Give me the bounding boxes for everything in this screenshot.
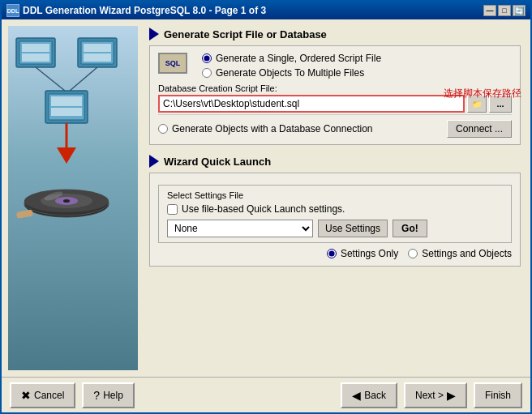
back-label: Back <box>364 390 386 401</box>
section1-header: Generate Script File or Database <box>149 28 521 41</box>
go-button[interactable]: Go! <box>393 220 427 237</box>
settings-file-legend: Select Settings File <box>167 190 503 200</box>
section1-arrow <box>149 28 159 41</box>
cancel-button[interactable]: ✖ Cancel <box>10 382 75 408</box>
section2-box: Select Settings File Use file-based Quic… <box>149 173 521 267</box>
generate-section-top: SQL Generate a Single, Ordered Script Fi… <box>158 53 512 79</box>
finish-button[interactable]: Finish <box>474 382 522 408</box>
settings-dropdown-row: None Use Settings Go! <box>167 220 503 237</box>
svg-rect-11 <box>51 108 82 116</box>
db-connection-section: Generate Objects with a Database Connect… <box>158 114 512 138</box>
section2-title: Wizard Quick Launch <box>164 156 271 168</box>
app-icon: DDL <box>6 4 19 17</box>
cancel-label: Cancel <box>34 390 64 401</box>
back-button[interactable]: ◀ Back <box>341 382 397 408</box>
right-panel: Generate Script File or Database SQL Gen… <box>144 19 530 377</box>
svg-rect-6 <box>84 44 111 52</box>
restore-button[interactable]: 🔄 <box>513 5 526 16</box>
sql-icon: SQL <box>158 53 187 74</box>
next-label: Next > <box>415 390 444 401</box>
svg-rect-2 <box>22 44 49 52</box>
svg-rect-10 <box>51 96 82 106</box>
main-window: DDL DDL Generation Wizard PostgreSQL 8.0… <box>0 0 532 414</box>
wizard-illustration <box>8 26 138 370</box>
radio-db-connection[interactable] <box>158 124 168 134</box>
db-connection-label: Generate Objects with a Database Connect… <box>172 123 372 134</box>
settings-and-objects-row: Settings and Objects <box>408 248 512 259</box>
quick-launch-section: Wizard Quick Launch Select Settings File… <box>149 155 521 267</box>
title-bar: DDL DDL Generation Wizard PostgreSQL 8.0… <box>2 2 530 19</box>
svg-rect-23 <box>16 210 33 219</box>
settings-and-objects-label: Settings and Objects <box>422 248 512 259</box>
minimize-button[interactable]: — <box>483 5 496 16</box>
title-bar-controls: — □ 🔄 <box>483 5 526 16</box>
section1-title: Generate Script File or Database <box>164 28 327 41</box>
use-file-based-row: Use file-based Quick Launch settings. <box>167 203 503 215</box>
settings-file-group: Select Settings File Use file-based Quic… <box>158 185 512 243</box>
radio-single-file-label: Generate a Single, Ordered Script File <box>216 53 381 64</box>
help-icon: ? <box>93 389 100 402</box>
section2-arrow <box>149 155 159 168</box>
radio-single-file[interactable] <box>202 53 212 63</box>
next-icon: ▶ <box>447 389 456 402</box>
generate-section-content: Generate a Single, Ordered Script File G… <box>194 53 512 79</box>
radio-multiple-files[interactable] <box>202 68 212 78</box>
settings-only-row: Settings Only <box>327 248 398 259</box>
db-connection-left: Generate Objects with a Database Connect… <box>158 123 372 134</box>
annotation-text: 选择脚本保存路径 <box>444 87 521 100</box>
left-illustration-panel <box>8 26 138 370</box>
radio-multiple-files-label: Generate Objects To Multiple Files <box>216 67 364 79</box>
radio-single-file-row: Generate a Single, Ordered Script File <box>202 53 512 64</box>
back-icon: ◀ <box>352 389 361 402</box>
finish-label: Finish <box>485 390 511 401</box>
svg-line-12 <box>36 67 65 91</box>
section1-box: SQL Generate a Single, Ordered Script Fi… <box>149 45 521 145</box>
radio-settings-and-objects[interactable] <box>408 249 418 258</box>
window-title: DDL Generation Wizard PostgreSQL 8.0 - P… <box>23 5 266 16</box>
svg-rect-3 <box>22 53 49 62</box>
use-file-based-checkbox[interactable] <box>167 204 178 215</box>
svg-rect-7 <box>84 53 111 62</box>
maximize-button[interactable]: □ <box>498 5 511 16</box>
connect-button[interactable]: Connect ... <box>447 120 512 138</box>
use-file-based-label: Use file-based Quick Launch settings. <box>182 203 345 215</box>
radio-settings-only[interactable] <box>327 249 337 258</box>
next-button[interactable]: Next > ▶ <box>404 382 467 408</box>
svg-line-13 <box>70 67 97 91</box>
generate-script-section: Generate Script File or Database SQL Gen… <box>149 28 521 145</box>
section2-header: Wizard Quick Launch <box>149 155 521 168</box>
use-settings-button[interactable]: Use Settings <box>318 220 388 237</box>
svg-point-21 <box>63 199 70 203</box>
settings-only-label: Settings Only <box>341 248 398 259</box>
file-path-input[interactable] <box>158 95 465 113</box>
settings-dropdown[interactable]: None <box>167 220 313 237</box>
radio-multiple-files-row: Generate Objects To Multiple Files <box>202 67 512 79</box>
svg-marker-15 <box>57 147 76 164</box>
main-content: Generate Script File or Database SQL Gen… <box>2 19 530 377</box>
help-label: Help <box>103 390 123 401</box>
cancel-icon: ✖ <box>21 389 31 402</box>
bottom-toolbar: ✖ Cancel ? Help ◀ Back Next > ▶ Finish <box>2 377 530 412</box>
settings-radio-row: Settings Only Settings and Objects <box>158 248 512 259</box>
help-button[interactable]: ? Help <box>82 382 134 408</box>
title-bar-left: DDL DDL Generation Wizard PostgreSQL 8.0… <box>6 4 266 17</box>
script-type-radio-group: Generate a Single, Ordered Script File G… <box>202 53 512 79</box>
